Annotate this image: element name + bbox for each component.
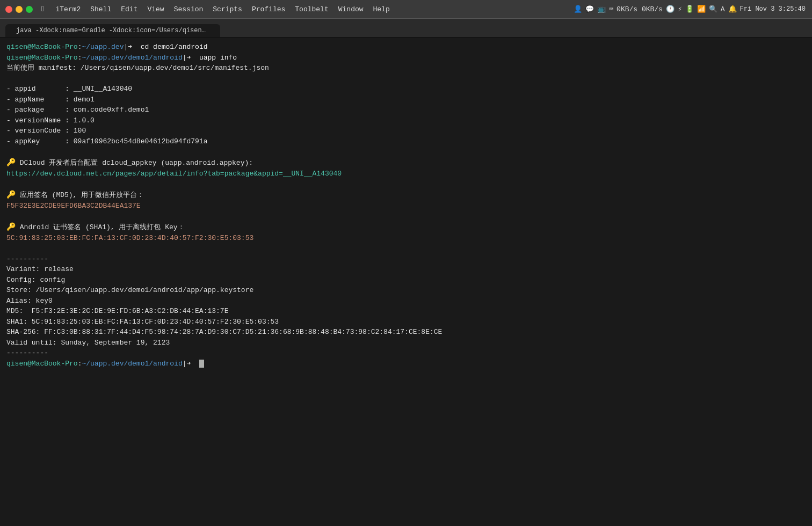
- output-text: Variant: release: [6, 265, 74, 273]
- person-icon: 👤: [574, 5, 582, 13]
- menu-scripts[interactable]: Scripts: [208, 4, 247, 14]
- menu-profiles[interactable]: Profiles: [248, 4, 289, 14]
- cursor: [199, 360, 204, 368]
- output-text: Valid until: Sunday, September 19, 2123: [6, 339, 170, 347]
- battery-icon: 🔋: [685, 5, 694, 13]
- terminal-line: - appKey : 09af10962bc454d8e04612bd94fd7…: [6, 136, 806, 147]
- tabbar: java -Xdock:name=Gradle -Xdock:icon=/Use…: [0, 19, 812, 38]
- menu-view[interactable]: View: [143, 4, 168, 14]
- terminal-line: qisen@MacBook-Pro:~/uapp.dev|➜ cd demo1/…: [6, 42, 806, 53]
- terminal-line: [6, 147, 806, 157]
- prompt-host: @MacBook-Pro: [27, 43, 78, 51]
- terminal-line: - package : com.code0xff.demo1: [6, 105, 806, 115]
- output-text: 应用签名 (MD5), 用于微信开放平台：: [16, 191, 144, 199]
- output-text: - appKey : 09af10962bc454d8e04612bd94fd7…: [6, 137, 207, 145]
- terminal-line: - versionName : 1.0.0: [6, 115, 806, 126]
- output-text: Config: config: [6, 276, 65, 284]
- bluetooth-icon: ⚡: [678, 5, 682, 13]
- menu-help[interactable]: Help: [369, 4, 394, 14]
- terminal-line: Config: config: [6, 275, 806, 286]
- prompt-host: @MacBook-Pro: [27, 54, 78, 62]
- menu-session[interactable]: Session: [170, 4, 208, 14]
- terminal-line: - appName : demo1: [6, 94, 806, 105]
- menu-toolbelt[interactable]: Toolbelt: [291, 4, 332, 14]
- terminal-line: qisen@MacBook-Pro:~/uapp.dev/demo1/andro…: [6, 53, 806, 63]
- menu-shell[interactable]: Shell: [86, 4, 115, 14]
- active-tab[interactable]: java -Xdock:name=Gradle -Xdock:icon=/Use…: [5, 24, 220, 37]
- menu-edit[interactable]: Edit: [117, 4, 142, 14]
- clock-display: Fri Nov 3 3:25:40: [740, 5, 806, 13]
- output-text: ----------: [6, 255, 48, 263]
- prompt-path: ~/uapp.dev/demo1/android: [82, 360, 182, 368]
- prompt-pipe: |➜: [183, 360, 199, 368]
- prompt-user: qisen: [6, 360, 27, 368]
- url-text: https://dev.dcloud.net.cn/pages/app/deta…: [6, 170, 342, 178]
- output-text: Android 证书签名 (SHA1), 用于离线打包 Key：: [16, 223, 185, 231]
- output-text: ----------: [6, 349, 48, 357]
- text-icon: A: [721, 5, 725, 13]
- output-text: - versionName : 1.0.0: [6, 116, 95, 125]
- output-text: SHA-256: FF:C3:0B:88:31:7F:44:D4:F5:98:7…: [6, 328, 442, 336]
- minimize-button[interactable]: [16, 6, 23, 13]
- terminal-line: Variant: release: [6, 264, 806, 275]
- traffic-lights: [5, 6, 33, 13]
- output-text: - appid : __UNI__A143040: [6, 85, 132, 93]
- terminal-line: 5C:91:83:25:03:EB:FC:FA:13:CF:0D:23:4D:4…: [6, 233, 806, 244]
- terminal-line: 🔑 Android 证书签名 (SHA1), 用于离线打包 Key：: [6, 222, 806, 233]
- terminal-line: SHA-256: FF:C3:0B:88:31:7F:44:D4:F5:98:7…: [6, 327, 806, 338]
- terminal-line: - appid : __UNI__A143040: [6, 84, 806, 94]
- hash-text: F5F32E3E2CDE9EFD6BA3C2DB44EA137E: [6, 202, 141, 210]
- terminal-line: ----------: [6, 348, 806, 359]
- terminal-line: https://dev.dcloud.net.cn/pages/app/deta…: [6, 169, 806, 179]
- command-text: cd demo1/android: [141, 43, 208, 51]
- network-stats: 0KB/s 0KB/s: [617, 5, 663, 13]
- titlebar:  iTerm2 Shell Edit View Session Scripts…: [0, 0, 812, 19]
- prompt-path: ~/uapp.dev: [82, 43, 124, 51]
- search-icon[interactable]: 🔍: [709, 5, 717, 13]
- terminal-line: 🔑 应用签名 (MD5), 用于微信开放平台：: [6, 189, 806, 201]
- titlebar-right: 👤 💬 📺 ⌨️ 0KB/s 0KB/s 🕐 ⚡ 🔋 📶 🔍 A 🔔 Fri N…: [574, 5, 812, 13]
- terminal-line: MD5: F5:F3:2E:3E:2C:DE:9E:FD:6B:A3:C2:DB…: [6, 306, 806, 317]
- prompt-pipe: |➜: [124, 43, 140, 51]
- output-text: - package : com.code0xff.demo1: [6, 106, 149, 114]
- touch-bar-icon: ⌨️: [609, 5, 613, 13]
- prompt-path: ~/uapp.dev/demo1/android: [82, 54, 182, 62]
- terminal-line: [6, 211, 806, 222]
- titlebar-left: [0, 6, 33, 13]
- terminal-line: ----------: [6, 254, 806, 265]
- emoji-icon: 🔑: [6, 223, 16, 231]
- terminal-area[interactable]: qisen@MacBook-Pro:~/uapp.dev|➜ cd demo1/…: [0, 38, 812, 526]
- maximize-button[interactable]: [26, 6, 33, 13]
- wifi-icon: 📶: [697, 5, 706, 13]
- close-button[interactable]: [5, 6, 12, 13]
- prompt-user: qisen: [6, 43, 27, 51]
- terminal-line: - versionCode : 100: [6, 126, 806, 136]
- hash-text: 5C:91:83:25:03:EB:FC:FA:13:CF:0D:23:4D:4…: [6, 234, 253, 242]
- output-text: DCloud 开发者后台配置 dcloud_appkey (uapp.andro…: [16, 159, 253, 167]
- output-text: Store: /Users/qisen/uapp.dev/demo1/andro…: [6, 286, 253, 294]
- notification-icon: 🔔: [728, 5, 737, 13]
- emoji-icon: 🔑: [6, 191, 16, 199]
- terminal-line: Alias: key0: [6, 296, 806, 306]
- output-text: MD5: F5:F3:2E:3E:2C:DE:9E:FD:6B:A3:C2:DB…: [6, 307, 228, 315]
- menu-bar:  iTerm2 Shell Edit View Session Scripts…: [33, 4, 574, 14]
- output-text: Alias: key0: [6, 297, 53, 305]
- terminal-line: 🔑 DCloud 开发者后台配置 dcloud_appkey (uapp.and…: [6, 157, 806, 169]
- clock-icon: 🕐: [666, 5, 675, 13]
- wechat-icon: 💬: [585, 5, 594, 13]
- prompt-host: @MacBook-Pro: [27, 360, 78, 368]
- terminal-line: F5F32E3E2CDE9EFD6BA3C2DB44EA137E: [6, 201, 806, 211]
- prompt-pipe: |➜: [183, 54, 199, 62]
- prompt-user: qisen: [6, 54, 27, 62]
- terminal-line: [6, 74, 806, 84]
- apple-icon[interactable]: : [37, 4, 50, 14]
- output-text: 当前使用 manifest: /Users/qisen/uapp.dev/dem…: [6, 64, 269, 72]
- screen-icon: 📺: [597, 5, 606, 13]
- output-text: - versionCode : 100: [6, 127, 86, 135]
- menu-iterm2[interactable]: iTerm2: [51, 4, 85, 14]
- terminal-line: qisen@MacBook-Pro:~/uapp.dev/demo1/andro…: [6, 359, 806, 369]
- terminal-line: Valid until: Sunday, September 19, 2123: [6, 338, 806, 348]
- terminal-line: 当前使用 manifest: /Users/qisen/uapp.dev/dem…: [6, 63, 806, 74]
- menu-window[interactable]: Window: [334, 4, 368, 14]
- command-text: uapp info: [199, 54, 237, 62]
